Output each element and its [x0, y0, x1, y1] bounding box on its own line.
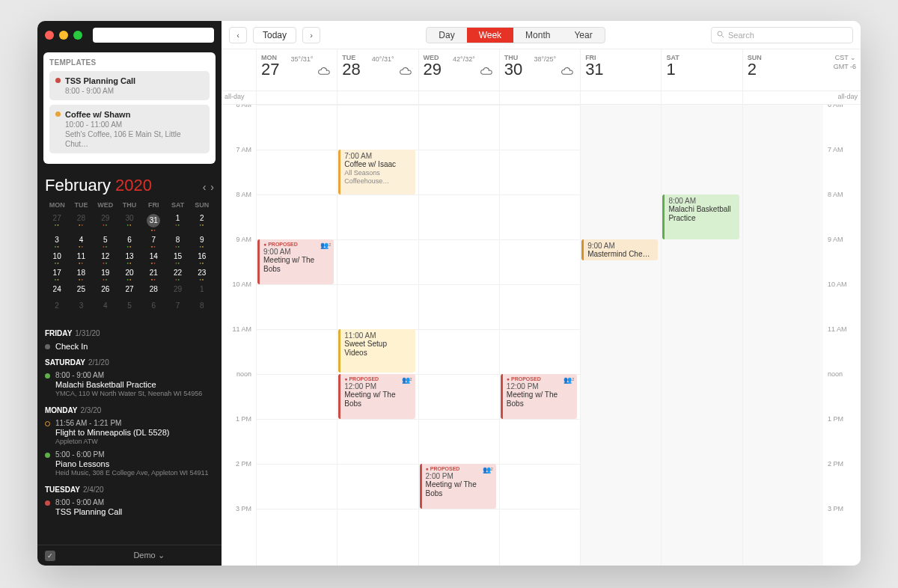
mini-day[interactable]: 13●● — [117, 250, 141, 266]
day-column[interactable]: 8:00 AM Malachi Basketball Practice — [661, 105, 742, 566]
prev-week-button[interactable]: ‹ — [229, 27, 247, 43]
agenda-item[interactable]: 5:00 - 6:00 PM Piano Lessons Heid Music,… — [45, 450, 214, 478]
zoom-window-button[interactable] — [73, 31, 82, 40]
agenda-day-header: TUESDAY2/4/20 — [45, 486, 214, 494]
mini-day[interactable]: 18●● — [69, 266, 93, 283]
view-month[interactable]: Month — [513, 28, 562, 43]
mini-day[interactable]: 5●● — [94, 233, 117, 250]
day-header[interactable]: FRI31 — [580, 49, 661, 91]
view-week[interactable]: Week — [467, 28, 513, 43]
day-column[interactable]: ● PROPOSED 2:00 PM Meeting w/ The Bobs 👥… — [418, 105, 499, 566]
mini-day[interactable]: 14●● — [141, 250, 165, 266]
agenda-item[interactable]: 8:00 - 9:00 AM Malachi Basketball Practi… — [45, 371, 214, 399]
day-header[interactable]: THU30 38°/25° — [499, 49, 580, 91]
mini-day[interactable]: 23●● — [190, 266, 214, 283]
agenda-item[interactable]: 8:00 - 9:00 AM TSS Planning Call — [45, 498, 214, 516]
cloud-icon — [317, 66, 331, 79]
view-day[interactable]: Day — [427, 28, 466, 43]
mini-day[interactable]: 3●● — [45, 233, 69, 250]
mini-prev-month[interactable]: ‹ — [203, 181, 207, 193]
mini-day[interactable]: 8 — [190, 299, 214, 316]
calendar-event[interactable]: ● PROPOSED 12:00 PM Meeting w/ The Bobs … — [338, 374, 415, 419]
mini-day[interactable]: 30●● — [117, 212, 141, 233]
mini-day[interactable]: 28●● — [69, 212, 93, 233]
mini-day[interactable]: 10●● — [45, 250, 69, 266]
main-calendar: ‹ Today › DayWeekMonthYear Search MON27 … — [222, 21, 861, 566]
day-header[interactable]: WED29 42°/32° — [418, 49, 499, 91]
today-button[interactable]: Today — [253, 27, 296, 43]
mini-calendar[interactable]: MONTUEWEDTHUFRISATSUN 27●●28●●29●●30●●31… — [37, 198, 222, 322]
mini-day[interactable]: 19●● — [94, 266, 117, 283]
mini-day[interactable]: 11●● — [69, 250, 93, 266]
mini-day[interactable]: 21●● — [141, 266, 165, 283]
day-column[interactable]: 7:00 AM Coffee w/ Isaac All Seasons Coff… — [337, 105, 418, 566]
mini-day[interactable]: 26 — [94, 283, 117, 299]
mini-day[interactable]: 29●● — [94, 212, 117, 233]
mini-day[interactable]: 2 — [45, 299, 69, 316]
mini-day[interactable]: 16●● — [190, 250, 214, 266]
timezone-label[interactable]: CST ⌄GMT -6 — [834, 54, 856, 71]
mini-day[interactable]: 12●● — [94, 250, 117, 266]
calendar-event[interactable]: 8:00 AM Malachi Basketball Practice — [662, 195, 739, 239]
template-item[interactable]: TSS Planning Call 8:00 - 9:00 AM — [49, 71, 210, 100]
day-column[interactable]: 9:00 AM Mastermind Che… — [580, 105, 661, 566]
template-item[interactable]: Coffee w/ Shawn 10:00 - 11:00 AMSeth's C… — [49, 105, 210, 153]
calendar-event[interactable]: 7:00 AM Coffee w/ Isaac All Seasons Coff… — [338, 150, 415, 195]
mini-day[interactable]: 15●● — [165, 250, 189, 266]
mini-day[interactable]: 8●● — [165, 233, 189, 250]
mini-day[interactable]: 1 — [190, 283, 214, 299]
mini-day[interactable]: 5 — [117, 299, 141, 316]
mini-day[interactable]: 27●● — [45, 212, 69, 233]
view-year[interactable]: Year — [562, 28, 604, 43]
day-header[interactable]: SAT1 — [661, 49, 742, 91]
search-input[interactable]: Search — [711, 27, 853, 43]
search-icon — [716, 30, 725, 40]
mini-day[interactable]: 29 — [165, 283, 189, 299]
account-picker[interactable]: Demo ⌄ — [133, 551, 164, 560]
mini-day[interactable]: 24 — [45, 283, 69, 299]
mini-day[interactable]: 28 — [141, 283, 165, 299]
calendar-event[interactable]: ● PROPOSED 12:00 PM Meeting w/ The Bobs … — [501, 374, 577, 419]
mini-day[interactable]: 17●● — [45, 266, 69, 283]
mini-day[interactable]: 6 — [141, 299, 165, 316]
sidebar-search-input[interactable] — [93, 28, 214, 43]
calendar-event[interactable]: 9:00 AM Mastermind Che… — [581, 239, 658, 260]
close-window-button[interactable] — [45, 31, 54, 40]
cloud-icon — [561, 66, 574, 79]
mini-day[interactable]: 2●● — [190, 212, 214, 233]
tasks-toggle[interactable]: ✓ — [45, 551, 55, 561]
day-column[interactable] — [742, 105, 823, 566]
mini-day[interactable]: 6●● — [117, 233, 141, 250]
day-header[interactable]: TUE28 40°/31° — [337, 49, 418, 91]
next-week-button[interactable]: › — [302, 27, 320, 43]
mini-day[interactable]: 3 — [69, 299, 93, 316]
day-column[interactable]: ● PROPOSED 12:00 PM Meeting w/ The Bobs … — [499, 105, 580, 566]
week-grid[interactable]: 6 AM7 AM8 AM9 AM10 AM11 AMnoon1 PM2 PM3 … — [222, 105, 861, 566]
mini-day[interactable]: 4●● — [69, 233, 93, 250]
minimize-window-button[interactable] — [59, 31, 68, 40]
mini-day[interactable]: 31●● — [141, 212, 165, 233]
mini-day[interactable]: 7 — [165, 299, 189, 316]
agenda-item[interactable]: Check In — [45, 342, 214, 351]
cloud-icon — [480, 66, 493, 79]
day-headers: MON27 35°/31° TUE28 40°/31° WED29 42°/32… — [222, 49, 861, 91]
agenda-item[interactable]: 11:56 AM - 1:21 PM Flight to Minneapolis… — [45, 419, 214, 447]
window-titlebar — [37, 21, 222, 49]
mini-day[interactable]: 1●● — [165, 212, 189, 233]
calendar-event[interactable]: 11:00 AM Sweet Setup Videos — [338, 329, 415, 373]
mini-day[interactable]: 22●● — [165, 266, 189, 283]
mini-day[interactable]: 7●● — [141, 233, 165, 250]
day-column[interactable]: ● PROPOSED 9:00 AM Meeting w/ The Bobs 👥… — [256, 105, 337, 566]
calendar-event[interactable]: ● PROPOSED 9:00 AM Meeting w/ The Bobs 👥… — [257, 239, 334, 284]
mini-day[interactable]: 4 — [94, 299, 117, 316]
mini-calendar-header: February 2020 ‹ › — [37, 171, 222, 198]
mini-day[interactable]: 20●● — [117, 266, 141, 283]
mini-day[interactable]: 9●● — [190, 233, 214, 250]
agenda-list[interactable]: FRIDAY1/31/20 Check In SATURDAY2/1/20 8:… — [37, 322, 222, 545]
mini-day[interactable]: 25 — [69, 283, 93, 299]
mini-next-month[interactable]: › — [210, 181, 214, 193]
mini-day[interactable]: 27 — [117, 283, 141, 299]
day-header[interactable]: MON27 35°/31° — [256, 49, 337, 91]
day-header[interactable]: SUN2 — [742, 49, 823, 91]
calendar-event[interactable]: ● PROPOSED 2:00 PM Meeting w/ The Bobs 👥… — [420, 464, 496, 509]
